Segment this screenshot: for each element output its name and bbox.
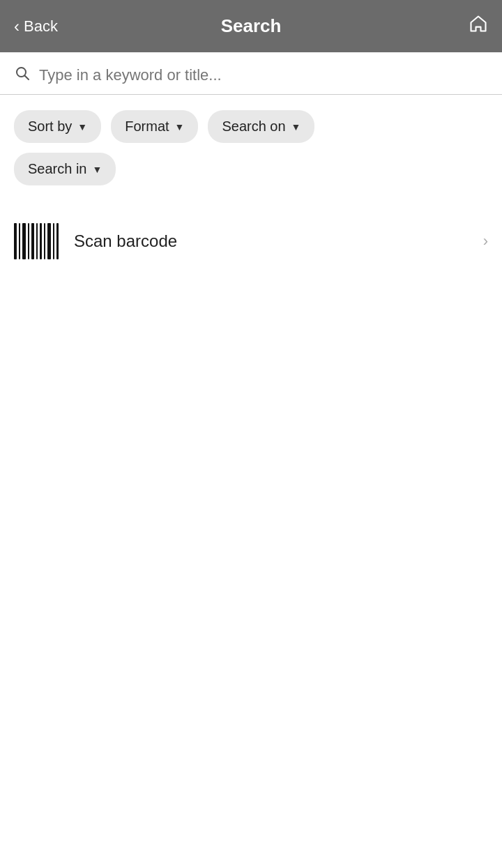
filter-row-2: Search in ▼ xyxy=(0,143,502,185)
filter-row-1: Sort by ▼ Format ▼ Search on ▼ xyxy=(0,95,502,143)
back-button[interactable]: ‹ Back xyxy=(14,17,58,36)
search-bar xyxy=(0,52,502,95)
scan-barcode-label: Scan barcode xyxy=(74,231,177,251)
search-in-chevron-icon: ▼ xyxy=(93,164,102,175)
sort-by-chevron-icon: ▼ xyxy=(77,121,87,132)
sort-by-label: Sort by xyxy=(28,119,72,135)
scan-barcode-chevron-icon: › xyxy=(483,232,488,250)
scan-left: Scan barcode xyxy=(14,223,177,259)
search-on-button[interactable]: Search on ▼ xyxy=(208,110,314,143)
format-label: Format xyxy=(125,119,169,135)
search-input[interactable] xyxy=(39,66,488,84)
search-in-label: Search in xyxy=(28,161,87,177)
search-on-label: Search on xyxy=(222,119,285,135)
barcode-icon xyxy=(14,223,59,259)
format-chevron-icon: ▼ xyxy=(175,121,185,132)
back-label: Back xyxy=(24,17,58,36)
svg-line-1 xyxy=(25,76,29,80)
search-icon xyxy=(14,65,31,86)
app-header: ‹ Back Search xyxy=(0,0,502,52)
search-on-chevron-icon: ▼ xyxy=(291,121,301,132)
sort-by-button[interactable]: Sort by ▼ xyxy=(14,110,101,143)
back-chevron-icon: ‹ xyxy=(14,18,20,35)
search-in-button[interactable]: Search in ▼ xyxy=(14,153,116,185)
format-button[interactable]: Format ▼ xyxy=(111,110,198,143)
home-icon xyxy=(469,14,488,33)
scan-barcode-section[interactable]: Scan barcode › xyxy=(0,213,502,269)
home-button[interactable] xyxy=(469,14,488,38)
page-title: Search xyxy=(221,15,282,37)
